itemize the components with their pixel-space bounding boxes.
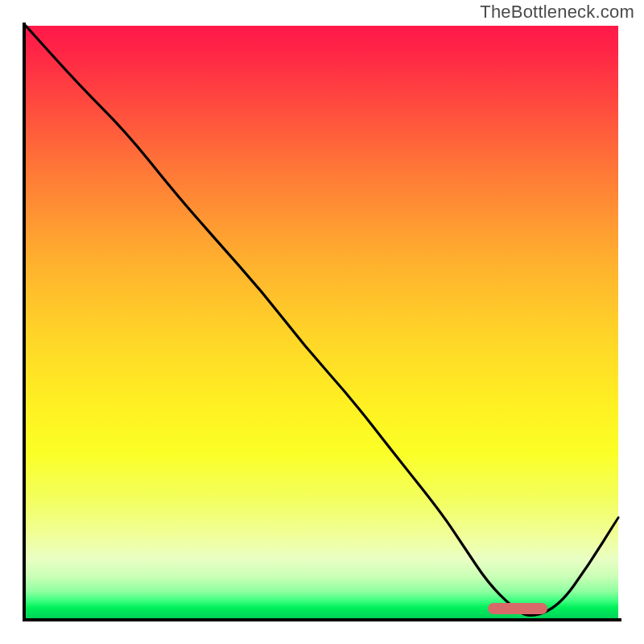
watermark-text: TheBottleneck.com (480, 2, 634, 23)
optimal-band-marker (488, 603, 547, 614)
y-axis (23, 23, 26, 621)
bottleneck-curve (26, 26, 618, 618)
x-axis (23, 618, 621, 621)
chart-container: TheBottleneck.com (0, 0, 644, 644)
